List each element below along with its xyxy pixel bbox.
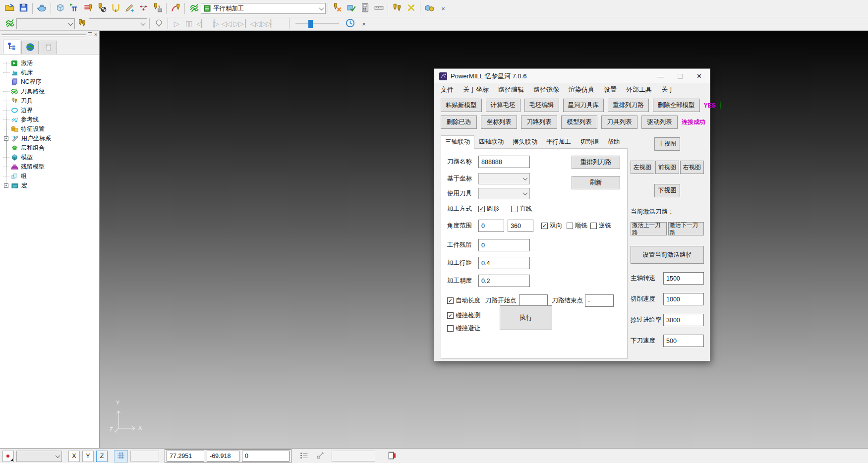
- activate-next-button[interactable]: 激活下一刀路: [668, 222, 704, 235]
- grid-toggle-button[interactable]: [114, 450, 128, 463]
- swap-button[interactable]: [404, 2, 418, 15]
- ruler-button[interactable]: [372, 2, 386, 15]
- grip-bar[interactable]: [1, 33, 86, 35]
- delete-all-models-button[interactable]: 删除全部模型: [653, 99, 700, 112]
- expand-icon[interactable]: +: [4, 183, 8, 188]
- tab-help[interactable]: 帮助: [603, 135, 625, 148]
- calc-stock-button[interactable]: 计算毛坯: [486, 99, 521, 112]
- grid-size-input[interactable]: [130, 451, 159, 462]
- leads-links-button[interactable]: [109, 2, 122, 15]
- delete-selected-button[interactable]: 删除已选: [441, 116, 477, 129]
- auto-length-checkbox[interactable]: ✓: [447, 297, 454, 304]
- shading-button[interactable]: [35, 2, 49, 15]
- sim-tool-combo[interactable]: [89, 18, 147, 29]
- tree-item-feature-sets[interactable]: 特征设置: [0, 124, 99, 134]
- tree-item-nc-programs[interactable]: NC程序: [0, 77, 99, 87]
- drive-list-button[interactable]: 驱动列表: [641, 116, 678, 129]
- coord-z-value[interactable]: 0: [242, 451, 289, 462]
- dialog-titlebar[interactable]: PowerMILL 忆梦星河 7.0.6 — ✕: [434, 69, 710, 83]
- slider-thumb[interactable]: [308, 20, 313, 28]
- sim-logo-button[interactable]: [2, 17, 16, 31]
- skip-end-button[interactable]: ▷▷▏: [260, 17, 276, 31]
- tree-item-activate[interactable]: 激活: [0, 58, 99, 68]
- step-forward-button[interactable]: ▕▷: [207, 17, 220, 31]
- path-end-input[interactable]: -: [585, 294, 614, 307]
- close-button[interactable]: ✕: [696, 72, 702, 80]
- block-button[interactable]: [53, 2, 67, 15]
- rearrange-toolpaths-button[interactable]: 重排列刀路: [608, 99, 649, 112]
- toolbar-close-button[interactable]: ×: [436, 2, 450, 15]
- based-coord-select[interactable]: [478, 173, 530, 184]
- pause-button[interactable]: ▯▯: [182, 17, 195, 31]
- menu-external-tools[interactable]: 外部工具: [626, 85, 652, 94]
- set-active-path-button[interactable]: 设置当前激活路径: [631, 246, 704, 264]
- cutting-feed-input[interactable]: 1000: [663, 293, 704, 305]
- measure-input[interactable]: [332, 451, 375, 462]
- tree-item-machine[interactable]: 机床: [0, 68, 99, 77]
- tab-3axis[interactable]: 三轴联动: [441, 135, 474, 149]
- delete-entity-button[interactable]: [150, 2, 164, 15]
- model-compare-button[interactable]: [422, 2, 436, 15]
- rapid-heights-button[interactable]: [81, 2, 95, 15]
- activate-prev-button[interactable]: 激活上一刀路: [631, 222, 667, 235]
- powermill-logo-button[interactable]: [187, 2, 201, 15]
- expand-icon[interactable]: +: [4, 136, 8, 141]
- collision-check-checkbox[interactable]: ✓: [447, 312, 454, 319]
- sim-tool-button[interactable]: [75, 17, 89, 31]
- rearrange-button[interactable]: 重排列刀路: [572, 156, 620, 169]
- dual-view-button[interactable]: [385, 450, 399, 463]
- coord-list-button[interactable]: 坐标列表: [481, 116, 517, 129]
- pattern-button[interactable]: [136, 2, 150, 15]
- x-axis-button[interactable]: X: [68, 451, 80, 462]
- tree-item-levels[interactable]: 层和组合: [0, 143, 99, 153]
- menu-coords[interactable]: 关于坐标: [463, 85, 489, 94]
- angle-from-input[interactable]: 0: [478, 220, 504, 232]
- tree-item-tools[interactable]: 刀具: [0, 96, 99, 106]
- tree-item-toolpaths[interactable]: 刀具路径: [0, 87, 99, 96]
- tolerance-input[interactable]: 0.2: [478, 275, 530, 287]
- panel-float-icon[interactable]: [88, 32, 92, 36]
- view-front-button[interactable]: 前视图: [655, 161, 679, 174]
- skim-feed-input[interactable]: 3000: [663, 314, 704, 326]
- rewind-button[interactable]: ◁◁: [220, 17, 232, 31]
- climb-checkbox[interactable]: [567, 223, 573, 229]
- maximize-button[interactable]: [678, 74, 683, 79]
- line-checkbox[interactable]: [511, 206, 518, 212]
- panel-grips[interactable]: ✕: [0, 31, 99, 39]
- speed-slider[interactable]: [295, 19, 339, 28]
- workplane-edit-button[interactable]: [122, 2, 136, 15]
- model-list-button[interactable]: 模型列表: [561, 116, 597, 129]
- tool-list-button[interactable]: 刀具列表: [601, 116, 637, 129]
- angle-to-input[interactable]: 360: [508, 220, 533, 232]
- feed-rate-button[interactable]: [67, 2, 81, 15]
- edit-stock-button[interactable]: 毛坯编辑: [524, 99, 559, 112]
- clock-button[interactable]: [343, 17, 357, 31]
- execute-button[interactable]: 执行: [500, 305, 552, 330]
- save-button[interactable]: [16, 2, 30, 15]
- simulate-toolpath-button[interactable]: [169, 2, 182, 15]
- menu-path-edit[interactable]: 路径编辑: [498, 85, 524, 94]
- tab-parallel[interactable]: 平行加工: [542, 135, 576, 148]
- coord-x-value[interactable]: 77.2951: [167, 451, 204, 462]
- menu-file[interactable]: 文件: [441, 85, 454, 94]
- tree-item-macros[interactable]: + 宏: [0, 181, 99, 190]
- z-axis-button[interactable]: Z: [96, 451, 108, 462]
- menu-about[interactable]: 关于: [661, 85, 674, 94]
- refresh-button[interactable]: 刷新: [572, 176, 620, 189]
- tool-pair-button[interactable]: [390, 2, 404, 15]
- tree-item-groups[interactable]: 组: [0, 172, 99, 181]
- sim-toolpath-combo[interactable]: [16, 18, 75, 29]
- lightbulb-button[interactable]: [152, 17, 166, 31]
- grip-bar[interactable]: [1, 35, 86, 37]
- fast-forward-button[interactable]: ▷▷: [232, 17, 244, 31]
- plunge-feed-input[interactable]: 500: [663, 335, 704, 347]
- toolpath-list-button[interactable]: 刀路列表: [521, 116, 557, 129]
- trash-tab[interactable]: [40, 41, 57, 54]
- panel-close-icon[interactable]: ✕: [94, 32, 98, 37]
- menu-settings[interactable]: 设置: [604, 85, 617, 94]
- tab-saw[interactable]: 切割锯: [576, 135, 603, 148]
- active-toolpath-combo[interactable]: 平行精加工: [201, 3, 326, 14]
- accept-calc-button[interactable]: [344, 2, 358, 15]
- stock-remain-input[interactable]: 0: [478, 239, 530, 251]
- skip-start-button[interactable]: ▏◁◁: [244, 17, 260, 31]
